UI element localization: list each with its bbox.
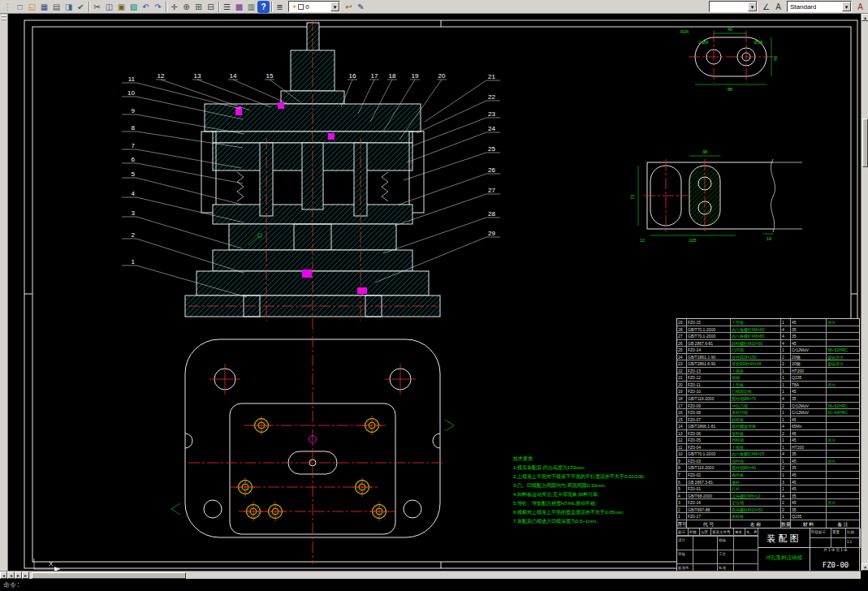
layer-on-icon: ☀ [291,3,297,11]
balloon-22: 22 [488,93,495,101]
paste-icon[interactable]: ▣ [115,1,127,13]
balloon-7: 7 [132,142,136,149]
balloon-27: 27 [488,187,495,194]
tb-stage-grid: 阶段标记 重量 比例 1:1 [810,528,861,548]
make-object-layer-icon[interactable]: ✎ [355,1,367,13]
balloon-20: 20 [438,72,446,80]
balloon-9: 9 [132,107,136,114]
layer-combo[interactable]: ☀ 0 ▾ [288,1,340,12]
design-center-icon[interactable]: ▩ [233,1,245,13]
tab-next-icon[interactable]: ► [15,572,22,579]
spell-icon[interactable]: ✔ [75,1,87,13]
zoom-realtime-icon[interactable]: ⊕ [180,1,192,13]
bom-row: 23GB/T2861.6-90导套Ø28×90×38220钢渗碳淬火 [677,360,859,368]
bom-row: 22FZ0-13上模座1HT200 [677,368,859,375]
undo-icon[interactable]: ↶ [140,1,152,13]
layer-combo-arrow[interactable]: ▾ [330,2,339,11]
balloon-23: 23 [488,110,495,118]
bom-row: 14GB/T2866.1-81圆柱螺旋弹簧465Mn [677,423,859,430]
vertical-scrollbar[interactable]: ▲ ▼ [861,14,868,571]
balloon-28: 28 [488,210,495,218]
bom-row: 20FZ0-11上垫板1T8A淬火 [677,382,859,389]
scroll-down-icon[interactable]: ▼ [862,563,868,571]
layer-combo-value: 0 [305,3,309,11]
text-style-icon[interactable]: A [772,1,784,13]
tab-first-icon[interactable]: ◄ [0,572,7,579]
ucs-icon: X [34,559,60,571]
tab-prev-icon[interactable]: ◄ [7,572,15,579]
print-icon[interactable]: ▤ [50,1,63,13]
properties-icon[interactable]: ☰ [221,1,233,13]
layers-icon[interactable]: ≣ [274,1,286,13]
balloon-3: 3 [132,209,136,217]
horizontal-scrollbar[interactable]: ◄ ◄ ► ► [0,571,861,579]
bom-row: 10GB/T70.1-2000内六角螺钉M6×25435 [677,451,859,458]
balloon-13: 13 [194,72,201,80]
style-manager-icon[interactable]: A [854,1,866,13]
drawing-canvas[interactable]: 1110987654321121314151617181920212223242… [8,14,861,571]
balloon-26: 26 [488,166,495,174]
style-combo[interactable]: Standard ▾ [787,1,852,12]
vertical-scroll-thumb[interactable] [862,119,868,167]
toolbar-grip-mark [2,19,6,20]
note-line: 7.装配后凸模进入凹模深度为0.5~1mm。 [513,517,684,526]
balloon-4: 4 [132,190,136,197]
help-icon[interactable]: ? [257,1,270,13]
cut-icon[interactable]: ✂ [91,1,103,13]
style-combo-arrow[interactable]: ▾ [842,2,851,11]
balloon-11: 11 [128,75,136,83]
linetype-combo-arrow[interactable]: ▾ [748,2,757,11]
open-icon[interactable]: ◱ [26,1,38,13]
strip-layout-view: 73 38 105 12 14 [630,149,802,243]
bom-row: 9FZ0-03顶件块145淬火 [677,458,859,465]
bom-row: 25FZ0-14凸凹模1Cr12MoV58~62HRC [677,347,859,354]
note-line: 5.导柱、导套配合精度H7/h6,滑动平稳; [513,499,684,508]
dim-part-width: 40 [728,27,732,32]
tab-last-icon[interactable]: ► [22,572,29,579]
dim-part-radius: R24 [680,29,689,34]
horizontal-scroll-thumb[interactable] [32,572,186,579]
dim-strip-pitch: 38 [702,149,707,154]
dim-part-length: 88 [728,87,732,92]
balloon-6: 6 [132,156,136,163]
balloon-1: 1 [132,258,136,265]
new-icon[interactable]: □ [14,1,26,13]
zoom-previous-icon[interactable]: ⊟ [205,1,217,13]
pan-icon[interactable]: ✛ [168,1,180,13]
linetype-combo[interactable]: ▾ [709,1,758,12]
toolbar-group-a: ⋮□◱▦▤◨✔✂◫▣▧↶↷✛⊕⊞⊟☰▩▥?≣ [2,1,286,13]
redo-icon[interactable]: ↷ [152,1,164,13]
balloon-16: 16 [349,72,356,80]
balloon-2: 2 [132,231,136,239]
scroll-up-icon[interactable]: ▲ [862,14,868,21]
bom-row: 12FZ0-05挡料销145淬火 [677,437,859,444]
bom-row: 15FZ0-07卸料板145 [677,416,859,424]
tool-palettes-icon[interactable]: ▥ [245,1,257,13]
balloon-19: 19 [412,72,419,80]
left-toolbar-strip [0,14,8,571]
bom-rows: 29FZ0-15下垫板145淬火28GB/T70.1-2000内六角螺钉M8×6… [677,319,859,520]
bom-row: 28GB/T70.1-2000内六角螺钉M8×60435 [677,326,859,334]
toolbar-group-b: ↩✎ [343,1,367,13]
dim-strip-side: 12 [640,238,645,243]
tb-row1: 标记处数分区更改文件号签名年、月、日 [677,528,758,537]
match-properties-icon[interactable]: ▧ [127,1,140,13]
bom-row: 26GB 2867.6-81卸料螺钉M10×90445 [677,340,859,347]
bom-table: 29FZ0-15下垫板145淬火28GB/T70.1-2000内六角螺钉M8×6… [676,318,860,529]
dim-strip-length: 105 [689,238,696,243]
save-icon[interactable]: ▦ [38,1,50,13]
balloon-12: 12 [158,72,165,80]
layer-previous-icon[interactable]: ↩ [343,1,355,13]
command-line[interactable]: 命令: [0,579,868,591]
dim-part-bighole: Ø18 [754,40,762,45]
print-preview-icon[interactable]: ◨ [63,1,75,13]
dim-style-icon[interactable]: ∠ [760,1,772,13]
toolbar-grip-icon[interactable]: ⋮ [2,1,14,13]
part-detail-view: 40 R24 48 88 2-Ø9 Ø18 [680,27,778,92]
copy-icon[interactable]: ◫ [103,1,115,13]
command-prompt: 命令: [3,581,20,589]
zoom-window-icon[interactable]: ⊞ [192,1,205,13]
balloon-5: 5 [132,170,136,178]
bom-row: 6GB 2867.3-81推杆345 [677,479,859,486]
top-toolbar: ⋮□◱▦▤◨✔✂◫▣▧↶↷✛⊕⊞⊟☰▩▥?≣ ☀ 0 ▾ ↩✎ ▾ ∠A Sta… [0,0,868,14]
